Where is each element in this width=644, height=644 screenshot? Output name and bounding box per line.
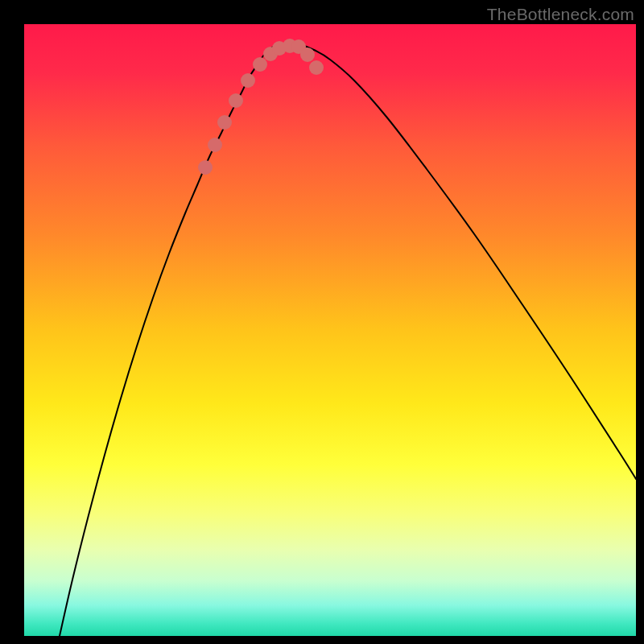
highlight-dot	[229, 93, 243, 108]
chart-background	[24, 24, 636, 636]
chart-container	[24, 24, 636, 636]
bottleneck-chart	[24, 24, 636, 636]
highlight-dot	[309, 60, 324, 75]
highlight-dot	[300, 47, 315, 62]
highlight-dot	[253, 57, 267, 72]
highlight-dot	[217, 115, 232, 130]
highlight-dot	[198, 160, 213, 175]
highlight-dot	[208, 138, 222, 152]
highlight-dot	[241, 73, 255, 88]
watermark-text: TheBottleneck.com	[487, 5, 634, 24]
